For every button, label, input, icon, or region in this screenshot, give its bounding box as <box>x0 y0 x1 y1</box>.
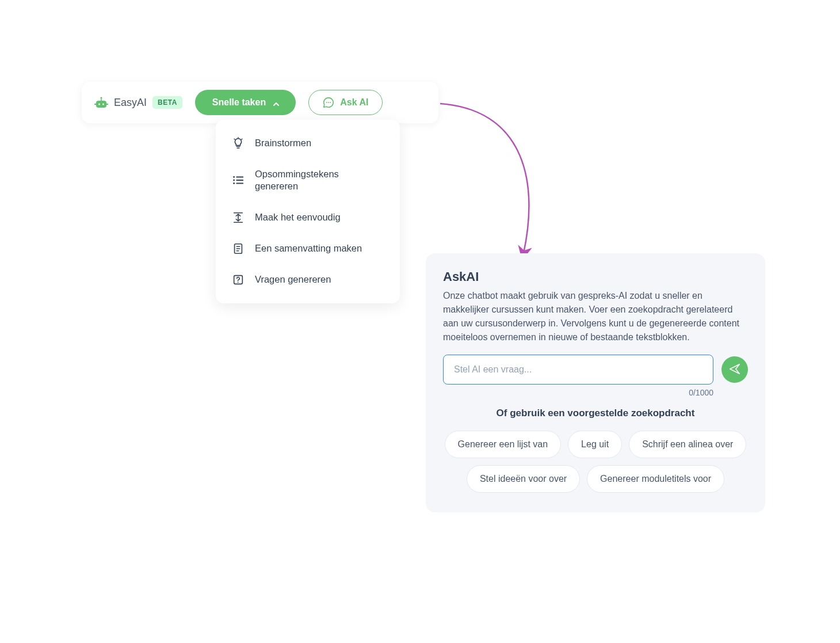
summary-icon <box>232 242 245 255</box>
dropdown-item-label: Opsommingstekens genereren <box>255 168 384 193</box>
send-button[interactable] <box>721 356 748 383</box>
input-row <box>443 355 748 385</box>
svg-point-27 <box>238 281 239 283</box>
quick-tasks-button[interactable]: Snelle taken <box>195 90 296 115</box>
suggestion-chip[interactable]: Leg uit <box>568 431 622 458</box>
bullet-list-icon <box>232 174 245 187</box>
send-icon <box>728 363 741 377</box>
askai-panel: AskAI Onze chatbot maakt gebruik van ges… <box>426 253 765 512</box>
dropdown-item-questions[interactable]: Vragen genereren <box>216 264 400 295</box>
suggestion-chip[interactable]: Genereer moduletitels voor <box>587 465 724 493</box>
brand-name: EasyAI <box>114 97 147 109</box>
ask-ai-input[interactable] <box>443 355 713 385</box>
dropdown-item-label: Vragen genereren <box>255 273 331 286</box>
suggestions-heading: Of gebruik een voorgestelde zoekopdracht <box>443 408 748 419</box>
ask-ai-button[interactable]: Ask AI <box>308 90 383 115</box>
suggestion-chip[interactable]: Stel ideeën voor over <box>467 465 580 493</box>
quick-tasks-label: Snelle taken <box>212 97 266 108</box>
svg-point-4 <box>102 103 104 105</box>
dropdown-item-simplify[interactable]: Maak het eenvoudig <box>216 202 400 233</box>
chat-bubble-icon <box>323 97 334 108</box>
chevron-up-icon <box>273 100 278 105</box>
svg-rect-2 <box>96 101 106 108</box>
simplify-icon <box>232 211 245 224</box>
svg-point-0 <box>100 97 102 98</box>
svg-point-7 <box>326 102 327 103</box>
easyai-toolbar: EasyAI BETA Snelle taken Ask AI <box>82 82 438 123</box>
svg-line-12 <box>242 139 242 139</box>
ask-ai-label: Ask AI <box>340 97 368 108</box>
svg-point-13 <box>233 176 235 178</box>
dropdown-item-bullets[interactable]: Opsommingstekens genereren <box>216 159 400 202</box>
svg-point-3 <box>98 103 100 105</box>
lightbulb-icon <box>232 137 245 150</box>
brand-block: EasyAI BETA <box>94 96 182 109</box>
svg-point-15 <box>233 182 235 184</box>
svg-point-14 <box>233 180 235 181</box>
robot-icon <box>94 96 108 109</box>
dropdown-item-summary[interactable]: Een samenvatting maken <box>216 233 400 264</box>
app-canvas: EasyAI BETA Snelle taken Ask AI <box>58 58 782 585</box>
dropdown-item-brainstorm[interactable]: Brainstormen <box>216 128 400 159</box>
suggestion-chip[interactable]: Genereer een lijst van <box>445 431 562 458</box>
char-counter: 0/1000 <box>443 388 748 397</box>
dropdown-item-label: Maak het eenvoudig <box>255 211 341 223</box>
svg-point-9 <box>330 102 331 103</box>
suggestion-chips: Genereer een lijst van Leg uit Schrijf e… <box>443 431 748 493</box>
callout-arrow <box>437 98 564 271</box>
dropdown-item-label: Brainstormen <box>255 137 311 149</box>
question-icon <box>232 273 245 286</box>
suggestion-chip[interactable]: Schrijf een alinea over <box>629 431 746 458</box>
beta-badge: BETA <box>152 96 182 109</box>
panel-title: AskAI <box>443 269 748 284</box>
dropdown-item-label: Een samenvatting maken <box>255 242 362 254</box>
panel-description: Onze chatbot maakt gebruik van gespreks-… <box>443 289 748 344</box>
quick-tasks-dropdown: Brainstormen Opsommingstekens genereren <box>216 120 400 303</box>
svg-point-8 <box>328 102 329 103</box>
svg-line-11 <box>234 139 235 139</box>
